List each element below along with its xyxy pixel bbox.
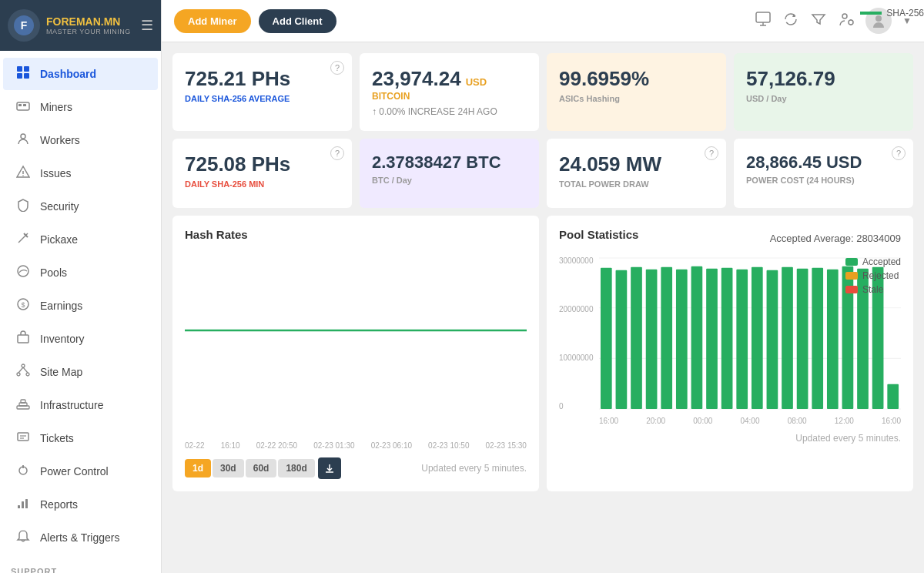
sidebar-nav: Dashboard Miners Workers Issues Security — [0, 51, 161, 561]
sidebar-item-pools-label: Pools — [40, 266, 67, 279]
sidebar-item-sitemap[interactable]: Site Map — [3, 356, 158, 388]
stat-card-btc-day: 2.37838427 BTC BTC / Day — [360, 139, 539, 208]
sidebar-item-tickets[interactable]: Tickets — [3, 422, 158, 454]
stale-label: Stale — [862, 284, 883, 295]
pool-x-labels: 16:00 20:00 00:00 04:00 08:00 12:00 16:0… — [599, 417, 901, 425]
stat-card-bitcoin: 23,974.24 USD BITCOIN ↑ 0.00% INCREASE 2… — [360, 53, 539, 131]
info-icon-7[interactable]: ? — [705, 146, 718, 160]
hamburger-icon[interactable]: ☰ — [141, 17, 153, 34]
user-gear-icon[interactable] — [838, 11, 855, 32]
sidebar-item-reports[interactable]: Reports — [3, 488, 158, 521]
sidebar-item-power-control[interactable]: Power Control — [3, 455, 158, 488]
svg-rect-26 — [18, 433, 28, 441]
sidebar-item-earnings[interactable]: $ Earnings — [3, 290, 158, 322]
svg-rect-4 — [17, 73, 22, 79]
pool-chart-body: 30000000 20000000 10000000 0 — [559, 256, 901, 414]
svg-rect-33 — [25, 499, 28, 508]
svg-point-37 — [842, 14, 847, 18]
btc-day-label: BTC / Day — [372, 176, 527, 185]
sidebar-item-sitemap-label: Site Map — [40, 366, 82, 378]
sidebar-item-dashboard[interactable]: Dashboard — [3, 58, 158, 90]
hash-svg — [185, 253, 527, 407]
svg-rect-5 — [24, 73, 29, 79]
svg-rect-32 — [22, 501, 24, 508]
info-icon-8[interactable]: ? — [892, 146, 906, 160]
pools-icon — [14, 264, 32, 281]
svg-rect-61 — [797, 269, 808, 409]
pool-update-text: Updated every 5 minutes. — [795, 433, 901, 444]
hash-update-text: Updated every 5 minutes. — [421, 463, 527, 474]
power-cost-label: POWER COST (24 HOURS) — [746, 176, 901, 185]
sidebar-item-security[interactable]: Security — [3, 190, 158, 223]
hash-min-value: 725.08 PHs — [185, 152, 340, 176]
stat-card-hash-min: ? 725.08 PHs DAILY SHA-256 MIN — [172, 139, 352, 208]
sidebar-item-miners[interactable]: Miners — [3, 91, 158, 123]
pool-stats-chart: Pool Statistics Accepted Average: 280340… — [547, 216, 913, 491]
bitcoin-currency: USD — [466, 76, 487, 88]
power-control-icon — [14, 463, 32, 480]
monitor-icon[interactable] — [755, 11, 772, 32]
hash-chart-title: Hash Rates — [185, 228, 248, 241]
filter-icon[interactable] — [810, 11, 827, 32]
sidebar-item-dashboard-label: Dashboard — [40, 68, 96, 80]
hash-x-labels: 02-22 16:10 02-22 20:50 02-23 01:30 02-2… — [185, 441, 527, 450]
infrastructure-icon — [14, 397, 32, 414]
bitcoin-increase: ↑ 0.00% INCREASE 24H AGO — [372, 106, 527, 117]
svg-rect-53 — [676, 270, 688, 409]
pool-legend-accepted: Accepted — [845, 256, 901, 267]
sidebar-item-earnings-label: Earnings — [40, 300, 82, 312]
sidebar-item-pickaxe[interactable]: Pickaxe — [3, 223, 158, 256]
workers-icon — [14, 132, 32, 149]
svg-line-22 — [23, 367, 28, 373]
reports-icon — [14, 496, 32, 513]
sidebar-item-issues[interactable]: Issues — [3, 157, 158, 189]
stat-card-usd-day: 57,126.79 USD / Day — [734, 53, 913, 131]
brand-text: FOREMAN.MN MASTER YOUR MINING — [46, 15, 131, 35]
sidebar-item-inventory[interactable]: Inventory — [3, 323, 158, 355]
time-btn-30d[interactable]: 30d — [213, 459, 244, 478]
svg-rect-67 — [887, 384, 899, 409]
time-btn-60d[interactable]: 60d — [246, 459, 277, 478]
stat-card-asic: 99.6959% ASICs Hashing — [547, 53, 726, 131]
svg-point-9 — [21, 134, 25, 139]
svg-rect-60 — [782, 267, 793, 409]
svg-rect-6 — [17, 102, 29, 110]
info-icon-5[interactable]: ? — [330, 146, 344, 160]
miners-icon — [14, 99, 32, 116]
stat-card-power: ? 24.059 MW TOTAL POWER DRAW — [547, 139, 726, 208]
time-btn-1d[interactable]: 1d — [185, 459, 211, 478]
svg-rect-56 — [721, 268, 733, 409]
pool-y-axis: 30000000 20000000 10000000 0 — [559, 256, 596, 410]
sidebar-item-infrastructure[interactable]: Infrastructure — [3, 389, 158, 421]
svg-rect-25 — [21, 400, 25, 403]
svg-rect-34 — [756, 12, 770, 22]
sidebar: F FOREMAN.MN MASTER YOUR MINING ☰ Dashbo… — [0, 0, 162, 573]
asic-value: 99.6959% — [559, 67, 714, 91]
sidebar-item-workers[interactable]: Workers — [3, 124, 158, 156]
hash-rate-chart: Hash Rates SHA-256 02-22 16:10 02-22 20:… — [172, 216, 539, 491]
time-btn-180d[interactable]: 180d — [278, 459, 314, 478]
sidebar-item-alerts[interactable]: Alerts & Triggers — [3, 521, 158, 554]
add-client-button[interactable]: Add Client — [259, 9, 336, 33]
sidebar-item-pools[interactable]: Pools — [3, 256, 158, 289]
svg-rect-2 — [17, 66, 22, 72]
hash-avg-value: 725.21 PHs — [185, 67, 340, 91]
support-label: SUPPORT — [0, 561, 161, 573]
tickets-icon — [14, 430, 32, 447]
add-miner-button[interactable]: Add Miner — [174, 9, 251, 33]
info-icon-1[interactable]: ? — [330, 61, 344, 75]
sidebar-item-alerts-label: Alerts & Triggers — [40, 531, 119, 544]
refresh-icon[interactable] — [782, 11, 799, 32]
topbar: Add Miner Add Client ▼ — [162, 0, 924, 42]
pool-accepted-avg: Accepted Average: 28034009 — [770, 233, 901, 244]
asic-label: ASICs Hashing — [559, 94, 714, 103]
brand-name: FOREMAN.MN — [46, 15, 131, 28]
svg-point-19 — [17, 373, 20, 376]
pool-chart-footer: Updated every 5 minutes. — [559, 433, 901, 444]
download-button[interactable] — [318, 457, 341, 479]
svg-rect-17 — [18, 335, 28, 343]
hash-avg-label: DAILY SHA-256 AVERAGE — [185, 94, 340, 103]
rejected-label: Rejected — [862, 270, 899, 281]
svg-rect-62 — [812, 268, 823, 409]
pool-chart-header: Pool Statistics Accepted Average: 280340… — [559, 228, 901, 249]
